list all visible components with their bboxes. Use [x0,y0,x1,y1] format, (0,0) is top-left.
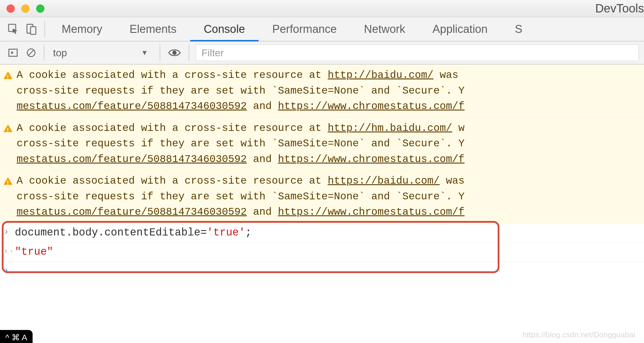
close-window-button[interactable] [7,4,15,13]
tab-console[interactable]: Console [190,17,259,41]
console-input-row[interactable]: › document.body.contentEditable='true'; [0,223,644,243]
tab-memory[interactable]: Memory [48,17,116,41]
context-label: top [53,47,67,59]
tab-label: Console [204,23,245,36]
console-toolbar: top ▼ [0,41,644,65]
warning-icon [4,174,12,190]
keyboard-shortcut-badge: ^ ⌘ A [0,330,33,343]
warning-text: cross-site requests if they are set with… [17,85,464,97]
tab-performance[interactable]: Performance [259,17,350,41]
tab-label: S [515,23,522,36]
warning-link[interactable]: https://baidu.com/ [328,175,440,187]
console-warning-row[interactable]: A cookie associated with a cross-site re… [0,170,644,223]
execution-context-selector[interactable]: top ▼ [47,44,157,62]
chevron-down-icon: ▼ [141,49,148,57]
tab-label: Elements [129,23,176,36]
warning-text: was [433,69,458,81]
console-output-area: A cookie associated with a cross-site re… [0,65,644,279]
warning-link[interactable]: https://www.chromestatus.com/f [278,206,464,218]
tab-elements[interactable]: Elements [116,17,190,41]
warning-link[interactable]: mestatus.com/feature/5088147346030592 [17,206,247,218]
warning-link[interactable]: https://www.chromestatus.com/f [278,153,464,165]
svg-point-6 [172,51,177,55]
warning-icon [4,69,12,84]
toolbar-divider [44,45,44,61]
result-indicator-icon: ‹· [4,244,15,258]
toolbar-divider [160,45,160,61]
tab-application[interactable]: Application [419,17,501,41]
clear-console-icon[interactable] [21,48,41,58]
warning-link[interactable]: http://hm.baidu.com/ [328,122,452,134]
device-toolbar-icon[interactable] [21,17,41,41]
tab-label: Network [364,23,405,36]
console-filter-input[interactable] [196,44,639,61]
warning-text: cross-site requests if they are set with… [17,191,464,203]
input-prompt-icon: › [4,264,15,277]
maximize-window-button[interactable] [36,4,44,13]
console-sidebar-toggle-icon[interactable] [0,47,21,58]
warning-icon [4,122,12,137]
tab-label: Memory [62,23,102,36]
devtools-tabbar: Memory Elements Console Performance Netw… [0,17,644,41]
warning-link[interactable]: mestatus.com/feature/5088147346030592 [17,100,247,112]
console-input-text: document.body.contentEditable='true'; [15,225,251,241]
console-io-region: › document.body.contentEditable='true'; … [0,223,644,279]
tabbar-divider [44,21,45,37]
warning-text: was [440,175,464,187]
console-result-row[interactable]: ‹· "true" [0,243,644,262]
warning-text: A cookie associated with a cross-site re… [17,122,328,134]
warning-link[interactable]: http://baidu.com/ [328,69,433,81]
warning-text: w [452,122,464,134]
tab-more-cut[interactable]: S [501,17,522,41]
console-warning-row[interactable]: A cookie associated with a cross-site re… [0,65,644,118]
warning-text: and [247,153,278,165]
console-prompt-row[interactable]: › [0,262,644,279]
warning-text: A cookie associated with a cross-site re… [17,175,328,187]
window-title: DevTools [595,0,644,17]
window-titlebar: DevTools [0,0,644,17]
console-warning-row[interactable]: A cookie associated with a cross-site re… [0,118,644,171]
warning-link[interactable]: mestatus.com/feature/5088147346030592 [17,153,247,165]
warning-text: A cookie associated with a cross-site re… [17,69,328,81]
console-result-text: "true" [15,244,53,260]
toolbar-divider [189,45,189,61]
warning-text: and [247,206,278,218]
live-expression-icon[interactable] [163,48,186,57]
tab-label: Performance [272,23,337,36]
inspect-element-icon[interactable] [0,17,21,41]
warning-text: and [247,100,278,112]
minimize-window-button[interactable] [21,4,30,13]
badge-text: ^ ⌘ A [5,333,27,342]
tab-network[interactable]: Network [350,17,419,41]
input-prompt-icon: › [4,225,15,239]
svg-line-5 [28,50,34,55]
svg-rect-2 [31,27,36,34]
warning-text: cross-site requests if they are set with… [17,138,464,150]
traffic-lights [0,4,44,13]
watermark-text: https://blog.csdn.net/Dongguabai [523,330,635,339]
warning-link[interactable]: https://www.chromestatus.com/f [278,100,464,112]
tab-label: Application [432,23,488,36]
